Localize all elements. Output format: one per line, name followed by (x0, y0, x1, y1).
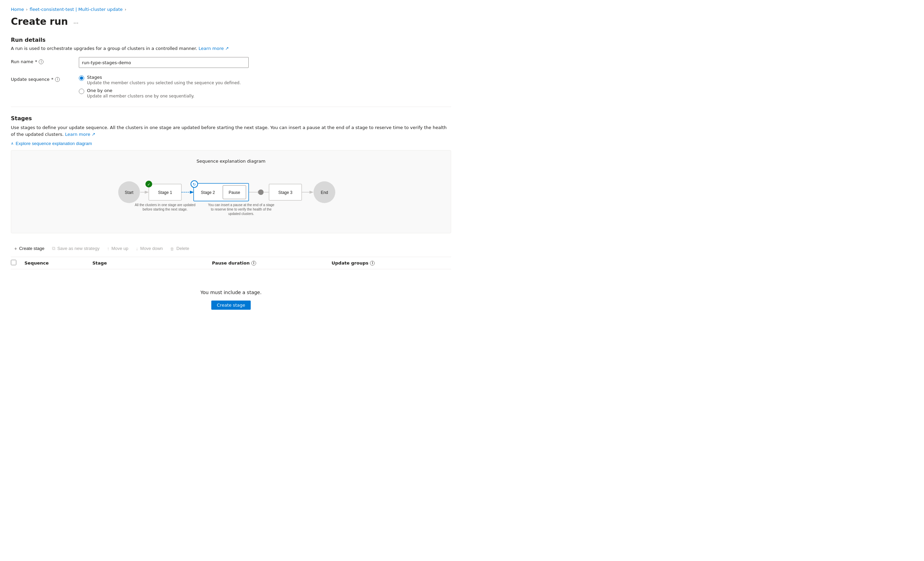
stages-external-link-icon: ↗ (92, 132, 96, 137)
run-name-info-icon[interactable]: i (39, 60, 44, 64)
note1-line1: All the clusters in one stage are update… (135, 203, 195, 207)
update-sequence-label: Update sequence * i (11, 75, 79, 82)
one-by-one-radio-option[interactable]: One by one Update all member clusters on… (79, 88, 249, 99)
breadcrumb-sep2: › (124, 7, 126, 12)
stages-title: Stages (11, 115, 451, 121)
stage2-sync-icon: ↻ (193, 183, 196, 187)
move-down-icon (136, 246, 138, 251)
move-up-icon (107, 246, 110, 251)
start-label: Start (124, 190, 134, 195)
pause-duration-info-icon[interactable]: i (251, 261, 256, 266)
page-title-row: Create run ... (11, 16, 451, 27)
stages-learn-more[interactable]: Learn more ↗ (65, 132, 96, 137)
one-by-one-radio-desc: Update all member clusters one by one se… (87, 94, 194, 99)
stage-column-header: Stage (92, 260, 212, 266)
breadcrumb-fleet[interactable]: fleet-consistent-test | Multi-cluster up… (30, 7, 123, 12)
trash-icon (170, 246, 174, 251)
sequence-diagram-container: Sequence explanation diagram Start (11, 150, 451, 233)
note1-line2: before starting the next stage. (142, 208, 188, 211)
update-sequence-control: Stages Update the member clusters you se… (79, 75, 249, 99)
breadcrumb: Home › fleet-consistent-test | Multi-clu… (11, 7, 451, 12)
run-details-title: Run details (11, 37, 451, 43)
diagram-title: Sequence explanation diagram (22, 159, 440, 164)
required-indicator: * (35, 59, 38, 64)
run-details-description: A run is used to orchestrate upgrades fo… (11, 46, 451, 51)
note2-line1: You can insert a pause at the end of a s… (208, 203, 274, 207)
chevron-up-icon: ∧ (11, 141, 14, 146)
stages-toolbar: Create stage Save as new strategy Move u… (11, 240, 451, 257)
stages-table: Sequence Stage Pause duration i Update g… (11, 257, 451, 330)
pause-duration-column-header: Pause duration i (212, 260, 332, 266)
page-title: Create run (11, 16, 68, 27)
ellipsis-button[interactable]: ... (71, 17, 81, 26)
stage1-label: Stage 1 (158, 190, 172, 195)
pause-dot (258, 190, 264, 195)
one-by-one-radio-label: One by one (87, 88, 194, 93)
move-down-button[interactable]: Move down (132, 244, 166, 253)
expand-diagram-button[interactable]: ∧ Explore sequence explanation diagram (11, 141, 92, 146)
empty-state: You must include a stage. Create stage (11, 269, 451, 330)
update-sequence-radio-group: Stages Update the member clusters you se… (79, 75, 249, 99)
stage2-label: Stage 2 (201, 190, 215, 195)
run-name-control (79, 57, 249, 68)
sequence-column-header: Sequence (24, 260, 92, 266)
empty-state-message: You must include a stage. (200, 290, 262, 295)
run-name-row: Run name * i (11, 57, 451, 68)
diagram-svg-wrapper: Start (22, 171, 440, 225)
update-groups-column-header: Update groups i (332, 260, 451, 266)
update-groups-info-icon[interactable]: i (370, 261, 375, 266)
select-all-checkbox[interactable] (11, 260, 16, 265)
note2-line3: updated clusters. (228, 212, 254, 215)
update-sequence-row: Update sequence * i Stages Update the me… (11, 75, 451, 99)
external-link-icon: ↗ (225, 46, 229, 51)
run-details-section: Run details A run is used to orchestrate… (11, 37, 451, 99)
delete-button[interactable]: Delete (167, 244, 193, 253)
stages-radio-option[interactable]: Stages Update the member clusters you se… (79, 75, 249, 85)
plus-icon (14, 246, 17, 251)
sequence-diagram-svg: Start (109, 171, 353, 225)
save-as-new-strategy-button[interactable]: Save as new strategy (49, 244, 103, 253)
table-select-all-cell (11, 260, 24, 266)
stages-radio-label: Stages (87, 75, 241, 80)
note2-line2: to reserve time to verify the health of … (211, 208, 272, 211)
stages-description: Use stages to define your update sequenc… (11, 124, 451, 138)
stages-radio[interactable] (79, 75, 84, 81)
pause-label: Pause (229, 190, 240, 195)
stage1-check-icon: ✓ (147, 183, 150, 187)
copy-icon (52, 245, 56, 251)
breadcrumb-sep1: › (26, 7, 27, 12)
stages-radio-desc: Update the member clusters you selected … (87, 81, 241, 85)
run-name-label: Run name * i (11, 57, 79, 64)
update-sequence-info-icon[interactable]: i (55, 77, 60, 82)
create-stage-button[interactable]: Create stage (11, 244, 48, 253)
stages-section: Stages Use stages to define your update … (11, 115, 451, 330)
move-up-button[interactable]: Move up (104, 244, 132, 253)
update-seq-required: * (51, 77, 54, 82)
run-name-input[interactable] (79, 57, 249, 68)
run-details-learn-more[interactable]: Learn more ↗ (199, 46, 229, 51)
stage3-label: Stage 3 (278, 190, 292, 195)
table-header: Sequence Stage Pause duration i Update g… (11, 257, 451, 269)
breadcrumb-home[interactable]: Home (11, 7, 24, 12)
end-label: End (321, 190, 328, 195)
empty-state-create-stage-button[interactable]: Create stage (211, 301, 250, 310)
one-by-one-radio[interactable] (79, 89, 84, 94)
